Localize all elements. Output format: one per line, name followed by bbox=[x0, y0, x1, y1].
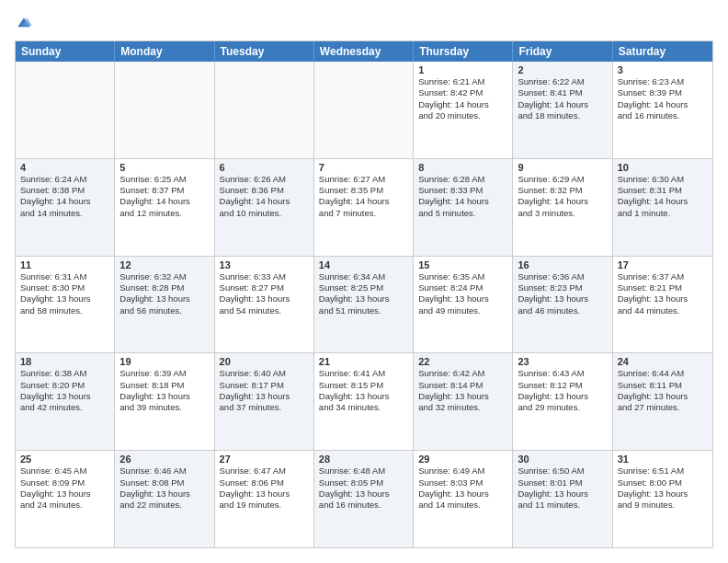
cell-info-line: Daylight: 13 hours bbox=[418, 293, 507, 304]
cell-info-line: Daylight: 14 hours bbox=[418, 196, 507, 207]
cell-info-line: Daylight: 13 hours bbox=[119, 391, 209, 402]
day-number: 17 bbox=[618, 259, 708, 270]
cell-info-line: Daylight: 14 hours bbox=[220, 196, 309, 207]
empty-cell bbox=[215, 62, 314, 158]
day-cell-31: 31Sunrise: 6:51 AMSunset: 8:00 PMDayligh… bbox=[613, 451, 712, 547]
cell-info-line: Sunrise: 6:35 AM bbox=[418, 271, 507, 282]
cell-info-line: and 37 minutes. bbox=[220, 402, 309, 413]
cell-info-line: and 22 minutes. bbox=[119, 500, 209, 511]
cell-info-line: Sunset: 8:21 PM bbox=[618, 282, 708, 293]
cell-info-line: and 10 minutes. bbox=[220, 208, 309, 219]
day-cell-9: 9Sunrise: 6:29 AMSunset: 8:32 PMDaylight… bbox=[513, 159, 612, 256]
cell-info-line: Daylight: 13 hours bbox=[20, 293, 109, 304]
day-number: 12 bbox=[119, 259, 209, 270]
cell-info-line: Sunset: 8:33 PM bbox=[418, 185, 507, 196]
cell-info-line: Sunrise: 6:47 AM bbox=[220, 465, 309, 477]
day-number: 10 bbox=[618, 162, 708, 173]
calendar-body: 1Sunrise: 6:21 AMSunset: 8:42 PMDaylight… bbox=[16, 62, 712, 547]
day-cell-13: 13Sunrise: 6:33 AMSunset: 8:27 PMDayligh… bbox=[215, 257, 314, 353]
day-cell-6: 6Sunrise: 6:26 AMSunset: 8:36 PMDaylight… bbox=[215, 159, 314, 256]
day-number: 8 bbox=[418, 162, 507, 173]
cell-info-line: Sunrise: 6:36 AM bbox=[518, 271, 607, 282]
cell-info-line: Sunrise: 6:28 AM bbox=[418, 174, 507, 185]
cell-info-line: Sunrise: 6:29 AM bbox=[518, 174, 607, 185]
cell-info-line: Daylight: 13 hours bbox=[618, 293, 708, 304]
day-number: 29 bbox=[418, 454, 507, 465]
cell-info-line: and 58 minutes. bbox=[20, 305, 109, 316]
day-cell-7: 7Sunrise: 6:27 AMSunset: 8:35 PMDaylight… bbox=[314, 159, 414, 256]
day-number: 3 bbox=[618, 64, 708, 75]
day-cell-22: 22Sunrise: 6:42 AMSunset: 8:14 PMDayligh… bbox=[414, 353, 513, 450]
header-cell-saturday: Saturday bbox=[613, 41, 712, 62]
calendar-row-3: 18Sunrise: 6:38 AMSunset: 8:20 PMDayligh… bbox=[16, 352, 712, 450]
day-cell-23: 23Sunrise: 6:43 AMSunset: 8:12 PMDayligh… bbox=[513, 353, 612, 450]
day-number: 22 bbox=[418, 356, 507, 367]
cell-info-line: Sunset: 8:37 PM bbox=[119, 185, 209, 196]
day-cell-16: 16Sunrise: 6:36 AMSunset: 8:23 PMDayligh… bbox=[513, 257, 612, 353]
day-cell-11: 11Sunrise: 6:31 AMSunset: 8:30 PMDayligh… bbox=[16, 257, 115, 353]
cell-info-line: and 54 minutes. bbox=[220, 305, 309, 316]
cell-info-line: and 18 minutes. bbox=[518, 110, 607, 121]
cell-info-line: Sunrise: 6:42 AM bbox=[418, 368, 507, 379]
cell-info-line: and 34 minutes. bbox=[319, 402, 408, 413]
day-cell-2: 2Sunrise: 6:22 AMSunset: 8:41 PMDaylight… bbox=[513, 62, 612, 158]
cell-info-line: and 44 minutes. bbox=[618, 305, 708, 316]
cell-info-line: Sunset: 8:28 PM bbox=[119, 282, 209, 293]
cell-info-line: Sunset: 8:23 PM bbox=[518, 282, 607, 293]
day-cell-15: 15Sunrise: 6:35 AMSunset: 8:24 PMDayligh… bbox=[414, 257, 513, 353]
cell-info-line: Daylight: 13 hours bbox=[220, 488, 309, 500]
day-number: 4 bbox=[20, 162, 109, 173]
cell-info-line: Sunset: 8:31 PM bbox=[618, 185, 708, 196]
day-number: 6 bbox=[220, 162, 309, 173]
cell-info-line: and 51 minutes. bbox=[319, 305, 408, 316]
cell-info-line: Sunrise: 6:50 AM bbox=[518, 465, 607, 477]
cell-info-line: Sunset: 8:11 PM bbox=[618, 380, 708, 391]
day-number: 7 bbox=[319, 162, 408, 173]
cell-info-line: Sunrise: 6:33 AM bbox=[220, 271, 309, 282]
cell-info-line: Daylight: 13 hours bbox=[319, 488, 408, 500]
calendar: SundayMondayTuesdayWednesdayThursdayFrid… bbox=[15, 40, 713, 548]
day-cell-5: 5Sunrise: 6:25 AMSunset: 8:37 PMDaylight… bbox=[115, 159, 214, 256]
day-cell-8: 8Sunrise: 6:28 AMSunset: 8:33 PMDaylight… bbox=[414, 159, 513, 256]
day-number: 31 bbox=[618, 454, 708, 465]
cell-info-line: Sunset: 8:08 PM bbox=[119, 477, 209, 488]
day-number: 14 bbox=[319, 259, 408, 270]
cell-info-line: Daylight: 13 hours bbox=[618, 391, 708, 402]
cell-info-line: Daylight: 13 hours bbox=[20, 391, 109, 402]
cell-info-line: and 20 minutes. bbox=[418, 110, 507, 121]
cell-info-line: Sunrise: 6:43 AM bbox=[518, 368, 607, 379]
cell-info-line: Daylight: 13 hours bbox=[119, 488, 209, 500]
calendar-header: SundayMondayTuesdayWednesdayThursdayFrid… bbox=[16, 41, 712, 62]
cell-info-line: Daylight: 13 hours bbox=[418, 488, 507, 500]
day-cell-14: 14Sunrise: 6:34 AMSunset: 8:25 PMDayligh… bbox=[314, 257, 414, 353]
day-cell-19: 19Sunrise: 6:39 AMSunset: 8:18 PMDayligh… bbox=[115, 353, 214, 450]
cell-info-line: Daylight: 13 hours bbox=[220, 293, 309, 304]
cell-info-line: Sunset: 8:01 PM bbox=[518, 477, 607, 488]
cell-info-line: Daylight: 13 hours bbox=[418, 391, 507, 402]
cell-info-line: Daylight: 14 hours bbox=[418, 99, 507, 110]
cell-info-line: and 11 minutes. bbox=[518, 500, 607, 511]
cell-info-line: Sunset: 8:27 PM bbox=[220, 282, 309, 293]
cell-info-line: and 49 minutes. bbox=[418, 305, 507, 316]
cell-info-line: Sunrise: 6:38 AM bbox=[20, 368, 109, 379]
header-cell-tuesday: Tuesday bbox=[215, 41, 314, 62]
day-cell-10: 10Sunrise: 6:30 AMSunset: 8:31 PMDayligh… bbox=[613, 159, 712, 256]
day-number: 26 bbox=[119, 454, 209, 465]
day-cell-28: 28Sunrise: 6:48 AMSunset: 8:05 PMDayligh… bbox=[314, 451, 414, 547]
day-number: 9 bbox=[518, 162, 607, 173]
cell-info-line: Sunrise: 6:24 AM bbox=[20, 174, 109, 185]
cell-info-line: Daylight: 13 hours bbox=[20, 488, 109, 500]
cell-info-line: and 5 minutes. bbox=[418, 208, 507, 219]
day-number: 1 bbox=[418, 64, 507, 75]
cell-info-line: Sunrise: 6:44 AM bbox=[618, 368, 708, 379]
day-cell-18: 18Sunrise: 6:38 AMSunset: 8:20 PMDayligh… bbox=[16, 353, 115, 450]
cell-info-line: Sunrise: 6:34 AM bbox=[319, 271, 408, 282]
day-number: 20 bbox=[220, 356, 309, 367]
cell-info-line: and 29 minutes. bbox=[518, 402, 607, 413]
day-cell-27: 27Sunrise: 6:47 AMSunset: 8:06 PMDayligh… bbox=[215, 451, 314, 547]
cell-info-line: Daylight: 14 hours bbox=[20, 196, 109, 207]
calendar-row-4: 25Sunrise: 6:45 AMSunset: 8:09 PMDayligh… bbox=[16, 450, 712, 547]
day-cell-26: 26Sunrise: 6:46 AMSunset: 8:08 PMDayligh… bbox=[115, 451, 214, 547]
empty-cell bbox=[115, 62, 214, 158]
cell-info-line: and 39 minutes. bbox=[119, 402, 209, 413]
